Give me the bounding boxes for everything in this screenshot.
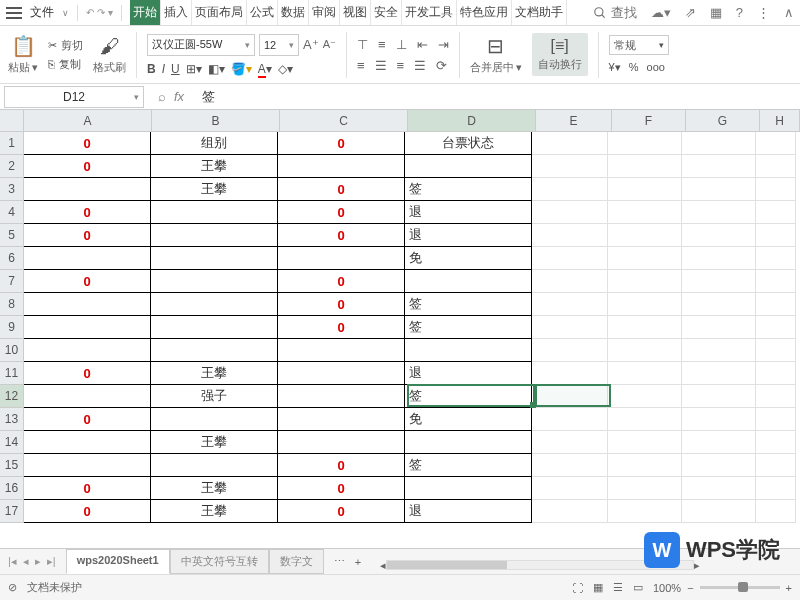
cell[interactable]: 王攀 (150, 177, 278, 201)
cell[interactable]: 签 (404, 453, 532, 477)
cell[interactable] (608, 362, 682, 385)
cloud-icon[interactable]: ☁▾ (651, 5, 671, 20)
cell[interactable] (277, 384, 405, 408)
cell[interactable] (532, 293, 608, 316)
column-header[interactable]: E (536, 110, 612, 132)
cell[interactable] (682, 293, 756, 316)
ribbon-tab-2[interactable]: 页面布局 (192, 0, 247, 25)
zoom-slider[interactable] (700, 586, 780, 589)
cell[interactable] (532, 178, 608, 201)
align-middle-icon[interactable]: ≡ (378, 37, 386, 52)
row-header[interactable]: 17 (0, 500, 24, 523)
cell[interactable] (23, 430, 151, 454)
row-header[interactable]: 12 (0, 385, 24, 408)
row-header[interactable]: 15 (0, 454, 24, 477)
search-button[interactable]: 查找 (593, 4, 637, 22)
cell[interactable] (532, 270, 608, 293)
cell[interactable] (608, 385, 682, 408)
cell[interactable] (277, 246, 405, 270)
column-header[interactable]: B (152, 110, 280, 132)
align-top-icon[interactable]: ⊤ (357, 37, 368, 52)
cell[interactable]: 王攀 (150, 430, 278, 454)
cell[interactable]: 0 (277, 315, 405, 339)
cell[interactable]: 0 (277, 499, 405, 523)
cell[interactable] (756, 270, 796, 293)
cell[interactable] (608, 477, 682, 500)
cell[interactable] (150, 223, 278, 247)
cell[interactable] (682, 454, 756, 477)
cell[interactable]: 0 (23, 361, 151, 385)
cell[interactable] (608, 316, 682, 339)
sheet-first-icon[interactable]: |◂ (8, 555, 17, 568)
comma-icon[interactable]: ooo (647, 61, 665, 74)
cell[interactable] (682, 247, 756, 270)
cell[interactable]: 0 (277, 453, 405, 477)
ribbon-tab-5[interactable]: 审阅 (309, 0, 340, 25)
help-icon[interactable]: ? (736, 5, 743, 20)
cell[interactable] (277, 338, 405, 362)
cell[interactable]: 0 (277, 131, 405, 155)
ribbon-tab-3[interactable]: 公式 (247, 0, 278, 25)
cell[interactable] (756, 132, 796, 155)
cell[interactable] (608, 408, 682, 431)
undo-redo[interactable]: ↶ ↷ ▾ (86, 7, 113, 18)
cell[interactable]: 签 (404, 315, 532, 339)
cell[interactable] (532, 500, 608, 523)
cell[interactable] (756, 178, 796, 201)
cell[interactable] (756, 224, 796, 247)
row-header[interactable]: 1 (0, 132, 24, 155)
select-all-corner[interactable] (0, 110, 24, 132)
row-header[interactable]: 14 (0, 431, 24, 454)
increase-font-icon[interactable]: A⁺ (303, 37, 319, 52)
row-header[interactable]: 7 (0, 270, 24, 293)
file-menu[interactable]: 文件 (26, 4, 58, 21)
column-header[interactable]: C (280, 110, 408, 132)
cell[interactable] (532, 362, 608, 385)
align-right-icon[interactable]: ≡ (397, 58, 405, 73)
cell[interactable]: 0 (277, 200, 405, 224)
cell[interactable] (608, 339, 682, 362)
cell[interactable] (277, 361, 405, 385)
cell[interactable] (150, 453, 278, 477)
cell[interactable] (608, 293, 682, 316)
row-header[interactable]: 6 (0, 247, 24, 270)
column-header[interactable]: A (24, 110, 152, 132)
more-icon[interactable]: ⋮ (757, 5, 770, 20)
cell[interactable] (150, 200, 278, 224)
cell[interactable]: 0 (23, 200, 151, 224)
cell[interactable] (608, 132, 682, 155)
cell[interactable] (682, 408, 756, 431)
cell[interactable]: 王攀 (150, 499, 278, 523)
row-header[interactable]: 16 (0, 477, 24, 500)
cell[interactable] (23, 315, 151, 339)
cell[interactable] (608, 155, 682, 178)
add-sheet-icon[interactable]: + (355, 556, 361, 568)
cell[interactable] (682, 385, 756, 408)
justify-icon[interactable]: ☰ (414, 58, 426, 73)
cell[interactable] (23, 384, 151, 408)
column-header[interactable]: F (612, 110, 686, 132)
cell[interactable] (682, 201, 756, 224)
cell[interactable] (277, 407, 405, 431)
sheet-more-icon[interactable]: ⋯ (334, 555, 345, 568)
indent-decrease-icon[interactable]: ⇤ (417, 37, 428, 52)
italic-button[interactable]: I (162, 62, 165, 76)
cell[interactable] (756, 431, 796, 454)
ribbon-tab-0[interactable]: 开始 (130, 0, 161, 25)
cell[interactable] (277, 154, 405, 178)
sheet-tab-active[interactable]: wps2020Sheet1 (66, 549, 170, 574)
cell[interactable] (532, 454, 608, 477)
font-name-select[interactable]: 汉仪正圆-55W▾ (147, 34, 255, 56)
cell[interactable]: 0 (23, 407, 151, 431)
cell[interactable] (23, 453, 151, 477)
cell[interactable] (756, 477, 796, 500)
font-color-button[interactable]: A▾ (258, 62, 272, 76)
decrease-font-icon[interactable]: A⁻ (323, 38, 336, 51)
cell[interactable] (608, 454, 682, 477)
cell[interactable] (150, 246, 278, 270)
merge-cells-button[interactable]: ⊟ 合并居中 ▾ (470, 34, 522, 75)
row-header[interactable]: 13 (0, 408, 24, 431)
number-format-select[interactable]: 常规▾ (609, 35, 669, 55)
cell[interactable]: 签 (404, 292, 532, 316)
cell[interactable]: 0 (23, 269, 151, 293)
